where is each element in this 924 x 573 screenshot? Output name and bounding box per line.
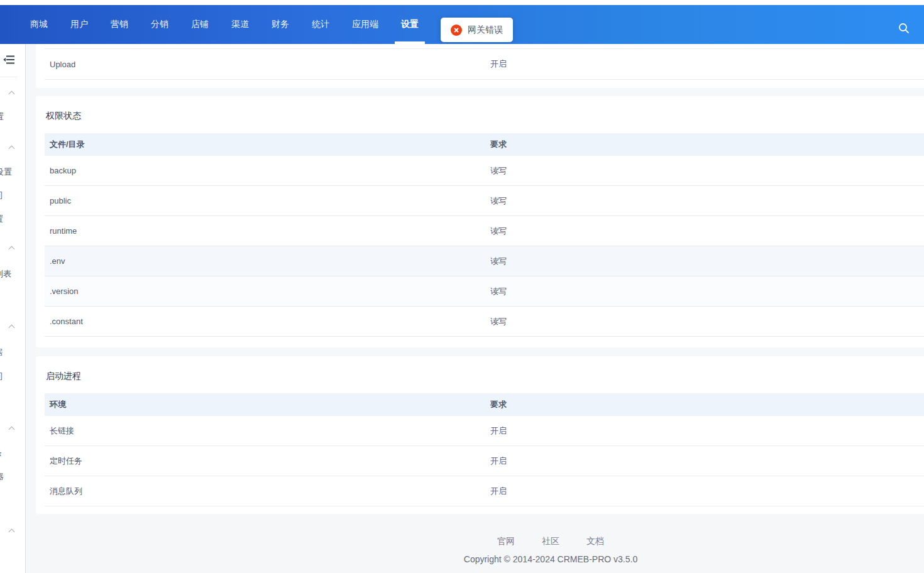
table-row: .constant 读写 bbox=[45, 307, 924, 337]
footer-link-docs[interactable]: 文档 bbox=[586, 536, 604, 547]
nav-item-mall[interactable]: 商城 bbox=[30, 5, 48, 44]
footer-link-official-site[interactable]: 官网 bbox=[497, 536, 515, 547]
table-row: runtime 读写 bbox=[45, 216, 924, 246]
sidebar-item-fragment[interactable]: 间 bbox=[0, 190, 25, 200]
sidebar-item-fragment[interactable]: 器 bbox=[0, 472, 25, 482]
cell-requirement: 开启 bbox=[490, 456, 924, 467]
chevron-up-icon[interactable] bbox=[9, 245, 14, 251]
nav-item-user[interactable]: 用户 bbox=[70, 5, 88, 44]
section-title: 权限状态 bbox=[36, 96, 924, 121]
footer-link-community[interactable]: 社区 bbox=[542, 536, 559, 547]
footer-links: 官网 社区 文档 bbox=[36, 514, 924, 547]
nav-item-statistics[interactable]: 统计 bbox=[312, 5, 329, 44]
chevron-up-icon[interactable] bbox=[9, 145, 14, 150]
table-row: 定时任务 开启 bbox=[45, 446, 924, 476]
nav-item-marketing[interactable]: 营销 bbox=[111, 5, 128, 44]
table-row: .version 读写 bbox=[45, 276, 924, 307]
table-row: 消息队列 开启 bbox=[45, 476, 924, 506]
copyright-text: Copyright © 2014-2024 CRMEB-PRO v3.5.0 bbox=[36, 554, 924, 564]
cell-env: 定时任务 bbox=[45, 456, 490, 467]
screen: 商城 用户 营销 分销 店铺 渠道 财务 统计 应用端 设置 网关错误 bbox=[0, 0, 924, 573]
nav-item-channel[interactable]: 渠道 bbox=[231, 5, 249, 44]
top-nav-menu: 商城 用户 营销 分销 店铺 渠道 财务 统计 应用端 设置 bbox=[30, 5, 419, 44]
chevron-up-icon[interactable] bbox=[9, 324, 14, 329]
cell-env: 长链接 bbox=[45, 425, 490, 437]
permissions-table: 文件/目录 要求 backup 读写 public 读写 runtime 读写 … bbox=[45, 133, 924, 337]
table-row: Upload 开启 bbox=[45, 48, 924, 80]
row-value: 开启 bbox=[490, 58, 924, 70]
cell-requirement: 读写 bbox=[490, 256, 924, 267]
cell-file: .env bbox=[45, 256, 490, 266]
cell-requirement: 读写 bbox=[490, 226, 924, 237]
sidebar-item-fragment[interactable]: 设置 bbox=[0, 167, 25, 177]
nav-item-settings[interactable]: 设置 bbox=[401, 5, 419, 44]
column-header: 环境 bbox=[45, 399, 490, 410]
column-header: 要求 bbox=[490, 139, 924, 150]
cell-file: .constant bbox=[45, 317, 490, 326]
table: Upload 开启 bbox=[45, 44, 924, 80]
sidebar-item-fragment[interactable]: 据 bbox=[0, 347, 25, 357]
table-row: 长链接 开启 bbox=[45, 416, 924, 446]
chevron-up-icon[interactable] bbox=[9, 425, 14, 431]
cell-requirement: 读写 bbox=[490, 316, 924, 327]
cell-file: backup bbox=[45, 166, 490, 175]
cell-requirement: 读写 bbox=[490, 165, 924, 177]
column-header: 文件/目录 bbox=[45, 139, 490, 150]
menu-fold-icon[interactable] bbox=[3, 53, 15, 66]
cell-file: runtime bbox=[45, 226, 490, 236]
sidebar-item-fragment[interactable]: 间 bbox=[0, 371, 25, 381]
chevron-up-icon[interactable] bbox=[9, 90, 14, 96]
nav-item-distribution[interactable]: 分销 bbox=[151, 5, 168, 44]
sidebar-item-fragment[interactable]: 列表 bbox=[0, 269, 25, 279]
cell-requirement: 开启 bbox=[490, 425, 924, 437]
cell-file: .version bbox=[45, 286, 490, 296]
cell-requirement: 读写 bbox=[490, 286, 924, 297]
row-label: Upload bbox=[45, 60, 490, 69]
cell-requirement: 读写 bbox=[490, 195, 924, 207]
column-header: 要求 bbox=[490, 399, 924, 410]
top-nav: 商城 用户 营销 分销 店铺 渠道 财务 统计 应用端 设置 网关错误 bbox=[0, 5, 924, 44]
nav-item-app[interactable]: 应用端 bbox=[352, 5, 378, 44]
card-environment-check: Upload 开启 bbox=[36, 44, 924, 88]
footer: 官网 社区 文档 Copyright © 2014-2024 CRMEB-PRO… bbox=[36, 514, 924, 564]
card-permission-status: 权限状态 文件/目录 要求 backup 读写 public 读写 runtim… bbox=[36, 96, 924, 347]
main-content: Upload 开启 权限状态 文件/目录 要求 backup 读写 public bbox=[26, 44, 924, 573]
sidebar-divider bbox=[0, 77, 18, 77]
nav-item-finance[interactable]: 财务 bbox=[272, 5, 289, 44]
search-icon[interactable] bbox=[898, 22, 910, 35]
sidebar-item-fragment[interactable]: 置 bbox=[0, 112, 25, 122]
table-row: backup 读写 bbox=[45, 156, 924, 186]
sidebar-item-fragment[interactable]: 条 bbox=[0, 448, 25, 458]
processes-table: 环境 要求 长链接 开启 定时任务 开启 消息队列 开启 bbox=[45, 393, 924, 506]
cell-file: public bbox=[45, 196, 490, 205]
table-row: public 读写 bbox=[45, 186, 924, 216]
error-circle-icon bbox=[451, 25, 462, 36]
cell-env: 消息队列 bbox=[45, 486, 490, 497]
chevron-up-icon[interactable] bbox=[9, 528, 14, 533]
sidebar-item-fragment[interactable]: 置 bbox=[0, 214, 25, 224]
nav-item-store[interactable]: 店铺 bbox=[191, 5, 209, 44]
table-header-row: 文件/目录 要求 bbox=[45, 133, 924, 156]
sidebar: 置 设置 间 置 列表 据 间 条 器 bbox=[0, 44, 26, 573]
cell-requirement: 开启 bbox=[490, 486, 924, 497]
section-title: 启动进程 bbox=[36, 356, 924, 381]
gateway-error-toast: 网关错误 bbox=[441, 18, 513, 42]
table-header-row: 环境 要求 bbox=[45, 393, 924, 416]
toast-message: 网关错误 bbox=[468, 25, 503, 36]
card-startup-process: 启动进程 环境 要求 长链接 开启 定时任务 开启 消息队列 开启 bbox=[36, 356, 924, 514]
table-row: .env 读写 bbox=[45, 246, 924, 276]
